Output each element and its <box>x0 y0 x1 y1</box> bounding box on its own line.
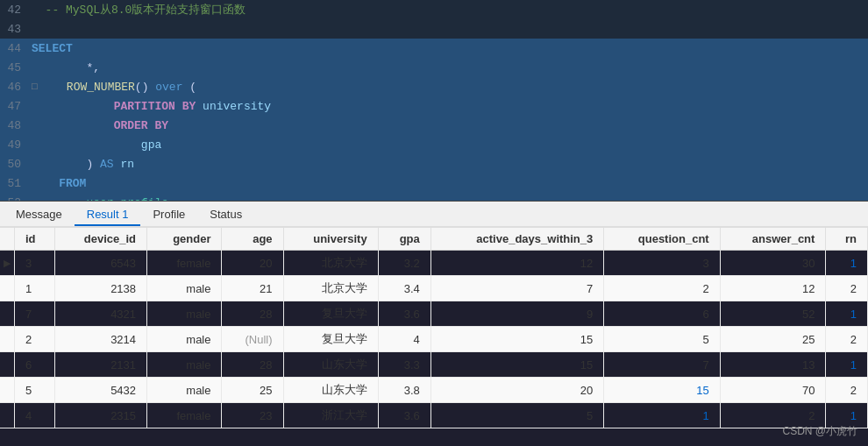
cell-age: 28 <box>222 301 283 327</box>
tab-result1[interactable]: Result 1 <box>75 204 141 226</box>
code-line-47: 47 PARTITION BY university <box>0 96 868 116</box>
cell-age: 21 <box>222 276 283 301</box>
cell-university: 山东大学 <box>283 378 378 403</box>
cell-answer-cnt: 25 <box>720 327 826 352</box>
main-container: 42 -- MySQL从8.0版本开始支持窗口函数 43 44 SELECT 4… <box>0 0 868 446</box>
cell-age: 23 <box>222 403 283 428</box>
line-content-47: PARTITION BY university <box>32 100 271 113</box>
table-row: ▶ 3 6543 female 20 北京大学 3.2 12 3 30 1 <box>0 251 868 276</box>
col-header-active-days: active_days_within_3 <box>430 228 604 251</box>
line-content-45: *, <box>32 61 100 74</box>
cell-active-days: 15 <box>430 352 604 378</box>
cell-gpa: 3.3 <box>378 352 430 378</box>
line-num-46: 46 <box>0 81 32 94</box>
code-line-48: 48 ORDER BY <box>0 116 868 135</box>
tab-status[interactable]: Status <box>197 204 254 226</box>
cell-age: 20 <box>222 251 283 276</box>
cell-age: (Null) <box>222 327 283 352</box>
line-num-48: 48 <box>0 119 32 132</box>
cell-age: 25 <box>222 378 283 403</box>
col-header-arrow <box>0 228 15 251</box>
cell-rn: 1 <box>826 301 868 327</box>
cell-gpa: 3.2 <box>378 251 430 276</box>
result-table: id device_id gender age university gpa a… <box>0 228 868 428</box>
cell-id: 5 <box>15 378 55 403</box>
line-num-49: 49 <box>0 138 32 152</box>
cell-rn: 2 <box>826 276 868 301</box>
cell-university: 复旦大学 <box>283 327 378 352</box>
line-content-44: SELECT <box>32 42 73 55</box>
cell-rn: 1 <box>826 251 868 276</box>
code-line-45: 45 *, <box>0 58 868 77</box>
cell-active-days: 20 <box>430 378 604 403</box>
line-num-43: 43 <box>0 23 32 36</box>
cell-university: 北京大学 <box>283 251 378 276</box>
tabs-bar: Message Result 1 Profile Status <box>0 202 868 228</box>
code-line-51: 51 FROM <box>0 173 868 193</box>
table-row: 4 2315 female 23 浙江大学 3.6 5 1 2 1 <box>0 403 868 428</box>
result-table-wrapper: id device_id gender age university gpa a… <box>0 228 868 446</box>
line-num-51: 51 <box>0 177 32 190</box>
col-header-id: id <box>15 228 55 251</box>
cell-gender: female <box>147 403 222 428</box>
cell-device-id: 3214 <box>54 327 146 352</box>
row-arrow <box>0 378 15 403</box>
cell-gpa: 3.8 <box>378 378 430 403</box>
fold-icon-46[interactable]: □ <box>32 81 38 92</box>
row-arrow <box>0 301 15 327</box>
col-header-university: university <box>283 228 378 251</box>
cell-device-id: 4321 <box>54 301 146 327</box>
cell-gpa: 4 <box>378 327 430 352</box>
bottom-section: Message Result 1 Profile Status id devic… <box>0 202 868 446</box>
code-line-46: 46 □ ROW_NUMBER() over ( <box>0 77 868 96</box>
code-editor: 42 -- MySQL从8.0版本开始支持窗口函数 43 44 SELECT 4… <box>0 0 868 202</box>
cell-gender: male <box>147 352 222 378</box>
cell-active-days: 5 <box>430 403 604 428</box>
code-line-43: 43 <box>0 19 868 39</box>
cell-answer-cnt: 52 <box>720 301 826 327</box>
cell-question-cnt: 1 <box>604 403 720 428</box>
col-header-gender: gender <box>147 228 222 251</box>
row-arrow: ▶ <box>0 251 15 276</box>
cell-rn: 2 <box>826 378 868 403</box>
cell-question-cnt: 3 <box>604 251 720 276</box>
col-header-rn: rn <box>826 228 868 251</box>
code-line-50: 50 ) AS rn <box>0 154 868 173</box>
line-num-47: 47 <box>0 100 32 113</box>
col-header-device-id: device_id <box>54 228 146 251</box>
code-line-49: 49 gpa <box>0 135 868 154</box>
cell-gpa: 3.4 <box>378 276 430 301</box>
tab-message[interactable]: Message <box>4 204 75 226</box>
cell-gender: male <box>147 378 222 403</box>
cell-university: 复旦大学 <box>283 301 378 327</box>
code-line-42: 42 -- MySQL从8.0版本开始支持窗口函数 <box>0 0 868 19</box>
cell-gender: female <box>147 251 222 276</box>
col-header-question-cnt: question_cnt <box>604 228 720 251</box>
cell-device-id: 2131 <box>54 352 146 378</box>
cell-active-days: 15 <box>430 327 604 352</box>
table-row: 5 5432 male 25 山东大学 3.8 20 15 70 2 <box>0 378 868 403</box>
cell-question-cnt: 5 <box>604 327 720 352</box>
row-arrow <box>0 403 15 428</box>
cell-answer-cnt: 30 <box>720 251 826 276</box>
row-arrow <box>0 352 15 378</box>
table-row: 1 2138 male 21 北京大学 3.4 7 2 12 2 <box>0 276 868 301</box>
cell-gender: male <box>147 276 222 301</box>
col-header-age: age <box>222 228 283 251</box>
tab-profile[interactable]: Profile <box>140 204 197 226</box>
watermark: CSDN @小虎竹 <box>782 424 857 439</box>
line-num-44: 44 <box>0 42 32 55</box>
cell-rn: 1 <box>826 352 868 378</box>
cell-university: 北京大学 <box>283 276 378 301</box>
cell-active-days: 9 <box>430 301 604 327</box>
cell-device-id: 5432 <box>54 378 146 403</box>
cell-gpa: 3.6 <box>378 301 430 327</box>
cell-question-cnt: 6 <box>604 301 720 327</box>
line-content-49: gpa <box>32 138 161 152</box>
cell-id: 7 <box>15 301 55 327</box>
cell-id: 3 <box>15 251 55 276</box>
cell-question-cnt: 15 <box>604 378 720 403</box>
cell-active-days: 12 <box>430 251 604 276</box>
cell-device-id: 2315 <box>54 403 146 428</box>
cell-id: 4 <box>15 403 55 428</box>
